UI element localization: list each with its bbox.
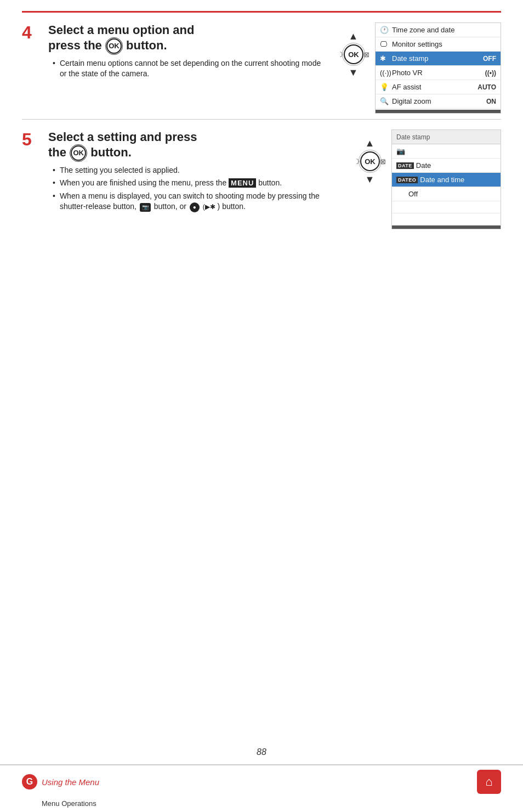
step-5-bullet-1: The setting you selected is applied. [53, 165, 343, 176]
afassist-value: AUTO [476, 83, 496, 91]
menu2-blank2 [392, 213, 501, 225]
ctrl5-middle-row: ☽ OK ⊠ [354, 151, 386, 171]
timezone-label: Time zone and date [392, 26, 476, 34]
step-5-content: Select a setting and press the OK button… [48, 129, 501, 229]
datestamp-value: OFF [476, 55, 496, 63]
step-4-section: 4 Select a menu option and press the OK … [22, 13, 501, 120]
step-4-body: Select a menu option and press the OK bu… [48, 22, 501, 114]
step-5-bullet-3: When a menu is displayed, you can switch… [53, 191, 343, 212]
menu2-date-label: Date [416, 161, 496, 170]
footer-bar: G Using the Menu ⌂ Menu Operations [0, 764, 523, 812]
camera-icon-inline: 📷 [140, 203, 151, 212]
ctrl5-up-row: ▲ [362, 135, 378, 151]
footer-title: Using the Menu [42, 777, 99, 787]
step-5-title-line1: Select a setting and press [48, 130, 197, 144]
menu-scroll-bar [376, 110, 501, 113]
step-4-right: ▲ ☽ OK ⊠ ▼ [337, 22, 501, 114]
step-4-bullet-1: Certain menu options cannot be set depen… [53, 58, 326, 80]
digitalzoom-icon: 🔍 [380, 97, 392, 105]
menu-screen-4: 🕐 Time zone and date 🖵 Monitor settings [375, 22, 501, 114]
step-5-bullets: The setting you selected is applied. Whe… [48, 165, 343, 212]
datestamp-icon: ✱ [380, 54, 392, 63]
step-5-title-line2: the [48, 145, 66, 159]
photovr-value: ((•)) [476, 69, 496, 77]
down-arrow-icon-5: ▼ [362, 171, 378, 188]
digitalzoom-value: ON [476, 98, 496, 105]
date-badge-dateandtime: DATEO [396, 177, 418, 183]
menu2-dateandtime-row: DATEO Date and time [392, 173, 501, 187]
menu-word-badge: MENU [229, 178, 256, 188]
step-4-text: Select a menu option and press the OK bu… [48, 22, 326, 82]
photovr-label: Photo VR [392, 69, 476, 77]
ok-button-icon-5: OK [71, 145, 86, 161]
step-4-content: Select a menu option and press the OK bu… [48, 22, 501, 114]
photovr-icon: ((·)) [380, 69, 392, 77]
ctrl-middle-row: ☽ OK ⊠ [337, 44, 369, 64]
monitor-icon: 🖵 [380, 40, 392, 48]
down-arrow-icon: ▼ [345, 64, 362, 81]
datestamp-label: Date stamp [392, 54, 476, 63]
menu2-cam-icon: 📷 [396, 147, 408, 155]
step-5-title: Select a setting and press the OK button… [48, 129, 343, 161]
menu-row-monitor: 🖵 Monitor settings [376, 37, 501, 52]
circle-icon-inline: ● [190, 202, 200, 212]
menu2-dateandtime-label: Date and time [420, 176, 496, 184]
bracket-icon-inline: (▶✱ [203, 203, 215, 211]
menu2-header: Date stamp [392, 130, 501, 144]
ok-center-btn[interactable]: OK [344, 44, 363, 64]
step-5-body: Select a setting and press the OK button… [48, 129, 501, 229]
step-5-section: 5 Select a setting and press the OK butt… [22, 120, 501, 235]
menu2-scroll-bar [392, 225, 501, 229]
step-5-number: 5 [22, 131, 43, 148]
step-5-title-line3: button. [90, 145, 132, 159]
menu2-off-label: Off [408, 190, 496, 198]
step-4-title: Select a menu option and press the OK bu… [48, 22, 326, 54]
ctrl5-down-row: ▼ [362, 171, 378, 188]
footer-subtitle: Menu Operations [0, 798, 523, 812]
menu2-cam-row: 📷 [392, 144, 501, 159]
date-badge-date: DATE [396, 162, 414, 169]
digitalzoom-label: Digital zoom [392, 97, 476, 105]
page-number: 88 [0, 747, 523, 757]
menu-row-afassist: 💡 AF assist AUTO [376, 80, 501, 94]
up-arrow-icon-5: ▲ [362, 135, 378, 151]
step-4-title-line1: Select a menu option and [48, 23, 194, 37]
menu-row-digitalzoom: 🔍 Digital zoom ON [376, 94, 501, 109]
afassist-icon: 💡 [380, 83, 392, 91]
menu-row-datestamp: ✱ Date stamp OFF [376, 52, 501, 66]
timezone-icon: 🕐 [380, 26, 392, 34]
step-5-bullet-2: When you are finished using the menu, pr… [53, 178, 343, 189]
control-pad-5: ▲ ☽ OK ⊠ ▼ [354, 135, 386, 188]
footer-content: G Using the Menu ⌂ [0, 765, 523, 798]
menu2-blank1 [392, 201, 501, 213]
ctrl-down-row: ▼ [345, 64, 362, 81]
menu-row-timezone: 🕐 Time zone and date [376, 23, 501, 37]
step-4-title-line2: press the [48, 38, 102, 52]
footer-left: G Using the Menu [22, 774, 99, 790]
menu-row-photovr: ((·)) Photo VR ((•)) [376, 66, 501, 80]
step-4-bullets: Certain menu options cannot be set depen… [48, 58, 326, 80]
ok-button-icon-4: OK [106, 38, 122, 54]
step-5-right: ▲ ☽ OK ⊠ ▼ Date sta [354, 129, 501, 229]
menu2-date-row: DATE Date [392, 159, 501, 173]
up-arrow-icon: ▲ [345, 28, 362, 44]
step-4-number: 4 [22, 24, 43, 41]
monitor-label: Monitor settings [392, 40, 476, 48]
ok-center-btn-5[interactable]: OK [360, 151, 380, 171]
footer-logo: G [22, 774, 37, 790]
menu2-header-label: Date stamp [396, 133, 496, 141]
ctrl-up-row: ▲ [345, 28, 362, 44]
step-4-title-line3: button. [126, 38, 167, 52]
home-button[interactable]: ⌂ [477, 770, 501, 794]
step-5-text: Select a setting and press the OK button… [48, 129, 343, 215]
control-pad-4: ▲ ☽ OK ⊠ ▼ [337, 28, 369, 81]
menu2-off-row: Off [392, 187, 501, 201]
afassist-label: AF assist [392, 83, 476, 91]
menu-screen-5: Date stamp 📷 DATE Date [391, 129, 501, 229]
